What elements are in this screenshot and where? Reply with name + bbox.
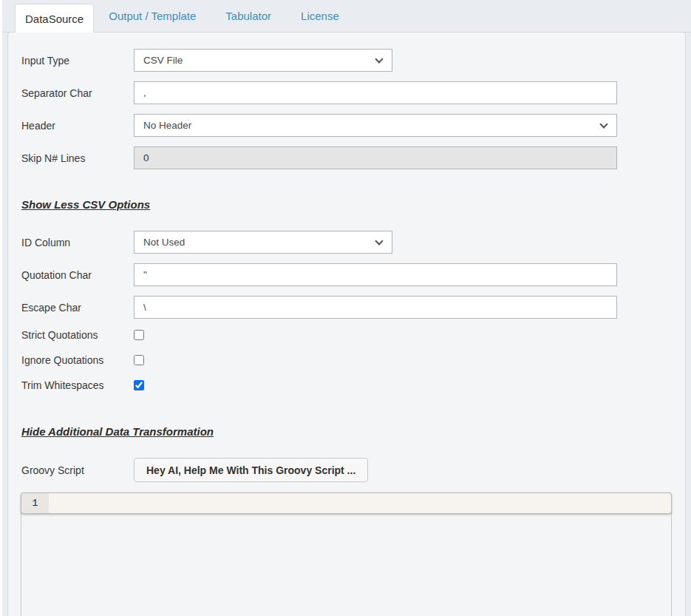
data-transformation-toggle-link[interactable]: Hide Additional Data Transformation [21,425,214,438]
id-column-label: ID Column [21,237,134,248]
header-select[interactable]: No Header [134,114,617,137]
escape-char-input[interactable] [134,296,617,319]
ignore-quotations-label: Ignore Quotations [21,354,134,366]
id-column-row: ID Column Not Used [8,231,685,254]
datasource-panel: Input Type CSV File Separator Char Heade… [7,32,686,616]
input-type-select[interactable]: CSV File [134,49,392,72]
skip-lines-label: Skip N# Lines [21,152,134,164]
trim-whitespaces-label: Trim Whitespaces [21,379,134,391]
groovy-script-editor[interactable]: 1 [21,493,672,616]
header-row: Header No Header [8,114,685,137]
separator-char-input[interactable] [134,81,617,104]
id-column-select[interactable]: Not Used [134,231,392,254]
tab-datasource[interactable]: DataSource [15,4,94,33]
editor-active-line[interactable]: 1 [21,493,672,514]
header-select-wrap: No Header [134,114,617,137]
groovy-script-label: Groovy Script [21,464,134,476]
ignore-quotations-checkbox[interactable] [134,355,144,365]
tab-license[interactable]: License [286,0,354,32]
input-type-row: Input Type CSV File [8,49,685,72]
skip-lines-row: Skip N# Lines [8,146,685,169]
escape-char-label: Escape Char [21,302,134,314]
skip-lines-input [134,146,617,169]
editor-line-number: 1 [21,493,49,513]
strict-quotations-label: Strict Quotations [21,329,134,341]
separator-char-row: Separator Char [8,81,685,104]
csv-options-toggle-link[interactable]: Show Less CSV Options [21,198,150,211]
tab-tabulator[interactable]: Tabulator [211,0,286,32]
input-type-label: Input Type [21,55,134,67]
escape-char-row: Escape Char [8,296,685,319]
tab-bar: DataSource Output / Template Tabulator L… [2,0,691,33]
quotation-char-label: Quotation Char [21,269,134,281]
ai-groovy-help-button[interactable]: Hey AI, Help Me With This Groovy Script … [134,458,368,482]
trim-whitespaces-row: Trim Whitespaces [8,379,685,391]
quotation-char-input[interactable] [134,263,617,286]
groovy-script-row: Groovy Script Hey AI, Help Me With This … [8,458,685,482]
input-type-select-wrap: CSV File [134,49,392,72]
header-label: Header [21,120,134,132]
trim-whitespaces-checkbox[interactable] [134,380,144,390]
quotation-char-row: Quotation Char [8,263,685,286]
strict-quotations-checkbox[interactable] [134,330,144,340]
id-column-select-wrap: Not Used [134,231,392,254]
strict-quotations-row: Strict Quotations [8,329,685,341]
separator-char-label: Separator Char [21,87,134,99]
ignore-quotations-row: Ignore Quotations [8,354,685,366]
editor-code-line[interactable] [49,493,671,513]
tab-output-template[interactable]: Output / Template [94,0,211,32]
